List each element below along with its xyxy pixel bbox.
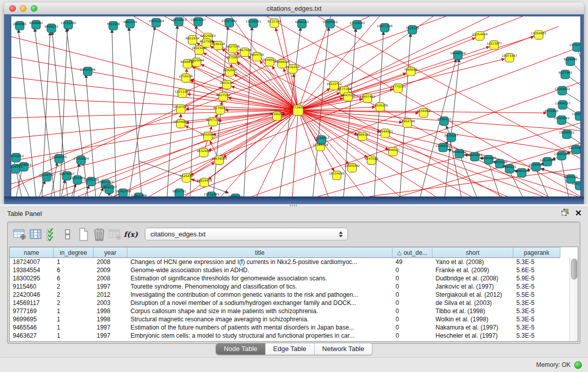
graph-node-label: 12612598 xyxy=(539,158,555,162)
graph-node-label: 10340915 xyxy=(528,163,544,167)
column-header-year[interactable]: year xyxy=(94,247,127,258)
table-row[interactable]: 1456911722003Disruption of a novel membe… xyxy=(10,299,570,307)
window-titlebar[interactable]: citations_edges.txt xyxy=(4,3,584,15)
combo-arrows-icon xyxy=(339,231,343,237)
graph-node-label: 10975887 xyxy=(59,172,75,176)
graph-node-label: 9375885 xyxy=(226,55,240,59)
row-height-icon[interactable] xyxy=(59,227,75,242)
minimize-button[interactable] xyxy=(20,5,27,12)
table-cell: 5.3E-5 xyxy=(513,299,560,307)
graph-node-label: 16958107 xyxy=(101,185,117,189)
table-cell: 18300295 xyxy=(10,275,54,282)
graph-node-label: 8215958 xyxy=(545,109,558,113)
column-header-title[interactable]: title xyxy=(127,247,393,258)
graph-node-label: 9862139 xyxy=(123,20,137,24)
table-cell: 1998 xyxy=(94,308,127,315)
zoom-button[interactable] xyxy=(31,5,37,12)
graph-node-label: 6466163 xyxy=(295,20,309,24)
vertical-scrollbar[interactable] xyxy=(570,258,578,341)
table-panel: Table Panel ✕ xyxy=(0,204,588,372)
table-row[interactable]: 946554611997Estimation of the future num… xyxy=(10,323,570,332)
table-row[interactable]: 2242004622012Investigating the contribut… xyxy=(10,291,570,299)
table-cell: 9115460 xyxy=(10,283,54,290)
graph-node-label: 14226063 xyxy=(200,34,216,37)
table-cell: 5.3E-5 xyxy=(513,258,560,266)
graph-node-label: 11555945 xyxy=(200,133,216,136)
float-window-icon[interactable] xyxy=(561,209,569,218)
splitter-grip-icon[interactable] xyxy=(290,205,297,206)
column-header-pagerank[interactable]: pagerank xyxy=(513,247,560,258)
table-row[interactable]: 1872400712008Changes of HCN gene express… xyxy=(10,258,570,266)
table-header-row: namein_degreeyeartitle△out_de...shortpag… xyxy=(10,247,578,258)
graph-node-label: 14954798 xyxy=(400,119,416,123)
graph-node-label: 20206576 xyxy=(51,155,67,159)
table-toolbar: f(x) citations_edges.txt xyxy=(8,222,580,246)
table-settings-icon[interactable] xyxy=(12,227,28,242)
graph-node-label: 2718126 xyxy=(179,74,193,78)
column-header-name[interactable]: name xyxy=(10,247,54,258)
delete-rows-icon[interactable] xyxy=(91,227,107,242)
graph-node-label: 9170041 xyxy=(213,106,227,110)
close-button[interactable] xyxy=(9,5,16,12)
table-row[interactable]: 1830029562008Estimation of significance … xyxy=(10,274,570,282)
table-cell: 6 xyxy=(54,275,94,282)
memory-status-dot[interactable] xyxy=(574,361,582,369)
graph-node-label: 8132203 xyxy=(286,65,300,69)
network-window: citations_edges.txt xyxy=(4,3,584,204)
table-cell: 2012 xyxy=(94,291,127,298)
table-cell: Nakamura et al. (1997) xyxy=(432,324,513,331)
table-cell: Genome-wide association studies in ADHD. xyxy=(127,267,393,274)
select-columns-icon[interactable] xyxy=(28,227,43,242)
tab-edge-table[interactable]: Edge Table xyxy=(265,343,314,355)
table-selector-dropdown[interactable]: citations_edges.txt xyxy=(145,228,348,240)
table-card: f(x) citations_edges.txt namein_degreeye… xyxy=(7,222,580,344)
application: citations_edges.txt xyxy=(0,0,588,372)
graph-node-label: 12142757 xyxy=(39,173,55,177)
graph-node-label: 9346582 xyxy=(452,150,466,154)
table-cell: 22420046 xyxy=(10,291,54,298)
graph-node-label: 10852264 xyxy=(148,19,164,23)
table-row[interactable]: 977716911998Corpus callosum shape and si… xyxy=(10,307,570,315)
table-cell: 2008 xyxy=(94,258,127,266)
network-frame: 1872400718300295193845549777169162107226… xyxy=(4,14,584,204)
graph-node-label: 19384554 xyxy=(313,143,329,146)
column-header-out_de[interactable]: △out_de... xyxy=(393,247,432,258)
citation-graph[interactable]: 1872400718300295193845549777169162107226… xyxy=(11,16,580,196)
graph-node-label: 15892931 xyxy=(559,130,575,134)
table-cell: 0 xyxy=(393,299,432,307)
table-cell: 5.3E-5 xyxy=(513,324,560,331)
graph-node-label: 11656392 xyxy=(344,164,360,168)
select-rows-icon[interactable] xyxy=(43,227,59,242)
table-row[interactable]: 946362711997Embryonic stem cells: a mode… xyxy=(10,332,570,340)
table-row[interactable]: 911546021997Tourette syndrome. Phenomeno… xyxy=(10,282,570,291)
graph-node-label: 15134457 xyxy=(314,136,330,140)
graph-node-label: 16494332 xyxy=(514,169,530,172)
table-cell: Tourette syndrome. Phenomenology and cla… xyxy=(127,283,393,290)
graph-node-label: 10973437 xyxy=(502,54,517,57)
new-table-icon[interactable] xyxy=(75,227,91,242)
table-cell: 14569117 xyxy=(10,299,54,307)
table-cell: Franke et al. (2009) xyxy=(432,267,513,274)
column-header-in_degree[interactable]: in_degree xyxy=(54,247,94,258)
graph-node-label: 8186328 xyxy=(211,42,225,46)
graph-node-label: 12093832 xyxy=(554,87,570,91)
tab-node-table[interactable]: Node Table xyxy=(216,343,265,355)
column-header-short[interactable]: short xyxy=(432,247,513,258)
graph-node-label: 11156862 xyxy=(16,163,32,167)
table-cell: Embryonic stem cells: a model to study s… xyxy=(127,332,393,339)
network-canvas[interactable]: 1872400718300295193845549777169162107226… xyxy=(11,16,581,197)
tab-network-table[interactable]: Network Table xyxy=(314,343,372,355)
graph-node-label: 17359924 xyxy=(73,157,89,160)
graph-node-label: 7625402 xyxy=(180,174,193,178)
graph-node-label: 8496927 xyxy=(386,148,400,151)
table-cell: Tibbo et al. (1998) xyxy=(432,308,513,315)
table-cell: de Silva et al. (2003) xyxy=(432,299,513,307)
function-builder-icon[interactable]: f(x) xyxy=(123,227,139,242)
close-icon[interactable]: ✕ xyxy=(575,209,582,217)
scrollbar-thumb[interactable] xyxy=(571,259,577,279)
graph-node-label: 16543382 xyxy=(191,46,207,50)
table-row[interactable]: 1938455462009Genome-wide association stu… xyxy=(10,266,570,274)
table-cell: 1997 xyxy=(94,324,127,331)
table-cell: 0 xyxy=(393,324,432,331)
table-row[interactable]: 969969511998Structural magnetic resonanc… xyxy=(10,315,570,323)
